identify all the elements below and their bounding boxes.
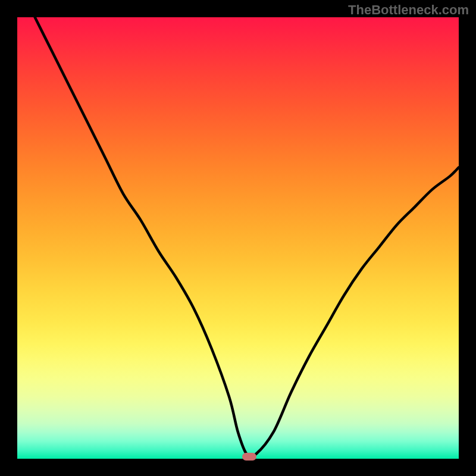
chart-plot-area (17, 17, 459, 459)
watermark-text: TheBottleneck.com (348, 2, 469, 18)
chart-marker (242, 453, 256, 461)
chart-curve (17, 17, 459, 459)
